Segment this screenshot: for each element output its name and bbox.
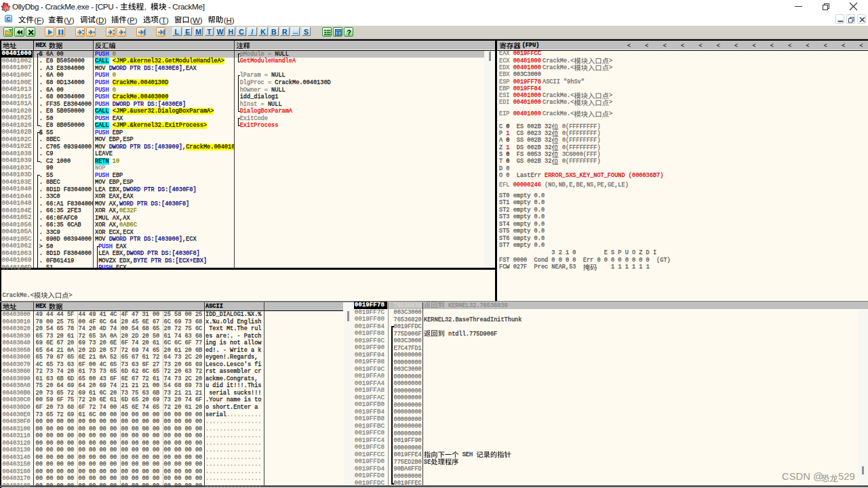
svg-text:?: ? bbox=[347, 28, 351, 37]
